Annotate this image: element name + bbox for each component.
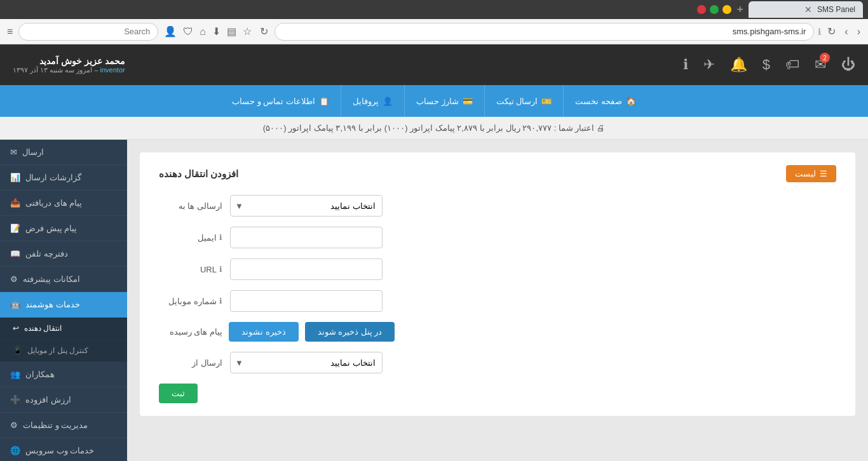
nav-charge[interactable]: 💳 شارژ حساب bbox=[404, 85, 484, 117]
tab-close-btn[interactable]: ✕ bbox=[804, 4, 812, 15]
nav-profile[interactable]: 👤 پروفایل bbox=[341, 85, 404, 117]
management-label: مدیریت و تنظیمات bbox=[23, 420, 88, 430]
email-info-icon: ℹ bbox=[219, 233, 222, 242]
advanced-label: امکانات پیشرفته bbox=[23, 274, 80, 284]
email-label: ℹ ایمیل bbox=[159, 233, 222, 243]
nav-home-label: صفحه نخست bbox=[575, 97, 622, 106]
account-btn[interactable]: 👤 bbox=[162, 23, 179, 39]
forward-btn[interactable]: › bbox=[842, 23, 850, 40]
info-btn[interactable]: ℹ bbox=[683, 57, 688, 73]
download-btn[interactable]: ⬇ bbox=[210, 23, 222, 39]
credit-bar: 🖨 اعتبار شما : ۲۹۰,۷۷۷ ریال برابر با ۲,۸… bbox=[0, 117, 868, 140]
nav-home[interactable]: 🏠 صفحه نخست bbox=[563, 85, 648, 117]
power-btn[interactable]: ⏻ bbox=[841, 57, 855, 73]
save-panel-button[interactable]: در پنل ذخیره شوند bbox=[305, 322, 395, 342]
url-group: ℹ URL bbox=[159, 258, 836, 280]
minimize-btn[interactable] bbox=[722, 5, 731, 14]
colleagues-icon: 👥 bbox=[10, 370, 20, 379]
list-button[interactable]: ☰ لیست bbox=[786, 165, 836, 182]
added-value-icon: ➕ bbox=[10, 395, 20, 404]
sidebar-item-webservice[interactable]: خدمات وب سرویس 🌐 bbox=[0, 438, 127, 461]
sidebar: ارسال ✉ گزارشات ارسال 📊 پیام های دریافتی… bbox=[0, 140, 127, 461]
mobile-group: ℹ شماره موبایل bbox=[159, 290, 836, 312]
date-label: امروز سه شنبه ۱۳ آذر ۱۳۹۷ bbox=[13, 66, 92, 74]
submit-button[interactable]: ثبت bbox=[159, 384, 198, 403]
dash: – bbox=[92, 66, 98, 74]
mobile-ctrl-icon: 📱 bbox=[13, 346, 22, 355]
from-select[interactable]: انتخاب نمایید bbox=[230, 352, 383, 373]
message-badge: 2 bbox=[820, 53, 830, 63]
sidebar-item-reports[interactable]: گزارشات ارسال 📊 bbox=[0, 165, 127, 190]
sidebar-item-management[interactable]: مدیریت و تنظیمات ⚙ bbox=[0, 413, 127, 438]
sidebar-item-colleagues[interactable]: همکاران 👥 bbox=[0, 362, 127, 387]
sidebar-item-phonebook[interactable]: دفترچه تلفن 📖 bbox=[0, 241, 127, 267]
tag-btn[interactable]: 🏷 bbox=[785, 57, 799, 73]
new-tab-btn[interactable]: + bbox=[736, 3, 743, 17]
webservice-icon: 🌐 bbox=[10, 446, 20, 455]
default-msg-icon: 📝 bbox=[10, 224, 20, 233]
nav-contact[interactable]: 📋 اطلاعات تماس و حساب bbox=[220, 85, 341, 117]
save-button[interactable]: ذخیره نشوند bbox=[229, 322, 299, 342]
sidebar-item-smart[interactable]: خدمات هوشمند 🤖 bbox=[0, 292, 127, 317]
profile-nav-icon: 👤 bbox=[383, 97, 393, 106]
search-input[interactable] bbox=[18, 23, 158, 41]
phonebook-label: دفترچه تلفن bbox=[25, 249, 68, 258]
reload-btn[interactable]: ↻ bbox=[825, 23, 838, 40]
smart-icon: 🤖 bbox=[10, 300, 20, 309]
sidebar-item-advanced[interactable]: امکانات پیشرفته ⚙ bbox=[0, 267, 127, 292]
maximize-btn[interactable] bbox=[710, 5, 719, 14]
form-title: افزودن انتقال دهنده bbox=[159, 168, 238, 180]
browser-tab[interactable]: SMS Panel ✕ bbox=[749, 1, 863, 18]
url-input[interactable] bbox=[230, 258, 383, 280]
sidebar-item-received[interactable]: پیام های دریافتی 📥 bbox=[0, 190, 127, 216]
send-to-label: ارسالی ها به bbox=[159, 201, 222, 211]
reports-sidebar-icon: 📊 bbox=[10, 173, 20, 182]
sidebar-item-added-value[interactable]: ارزش افزوده ➕ bbox=[0, 387, 127, 413]
send-to-select[interactable]: انتخاب نمایید bbox=[230, 195, 383, 217]
refresh-btn[interactable]: ↻ bbox=[257, 23, 271, 40]
bookmark-star-btn[interactable]: ☆ bbox=[241, 23, 254, 39]
reader-btn[interactable]: ▤ bbox=[225, 23, 238, 39]
messages-btn[interactable]: ✉ 2 bbox=[815, 57, 826, 73]
from-group: انتخاب نمایید ▼ ارسال از bbox=[159, 352, 836, 373]
home-btn[interactable]: ⌂ bbox=[198, 24, 208, 39]
send-btn[interactable]: ✈ bbox=[703, 57, 715, 73]
credit-icon: 🖨 bbox=[597, 123, 605, 133]
menu-btn[interactable]: ≡ bbox=[5, 24, 15, 39]
webservice-label: خدمات وب سرویس bbox=[25, 446, 94, 455]
charge-nav-icon: 💳 bbox=[463, 97, 473, 106]
send-sidebar-label: ارسال bbox=[22, 147, 44, 157]
url-info-icon: ℹ bbox=[219, 265, 222, 274]
sidebar-sub-mobile-ctrl[interactable]: کنترل پنل از موبایل 📱 bbox=[0, 340, 127, 362]
sidebar-item-send[interactable]: ارسال ✉ bbox=[0, 140, 127, 165]
form-card: ☰ لیست افزودن انتقال دهنده انتخاب نمایید… bbox=[140, 152, 855, 416]
close-btn[interactable] bbox=[697, 5, 706, 14]
sidebar-item-default-msg[interactable]: پیام پیش فرض 📝 bbox=[0, 216, 127, 241]
dollar-btn[interactable]: $ bbox=[763, 57, 770, 73]
bell-btn[interactable]: 🔔 bbox=[730, 57, 747, 73]
received-sidebar-label: پیام های دریافتی bbox=[25, 198, 82, 208]
mobile-input[interactable] bbox=[230, 290, 383, 312]
home-nav-icon: 🏠 bbox=[626, 97, 636, 106]
nav-profile-label: پروفایل bbox=[353, 97, 379, 106]
credit-text: اعتبار شما : ۲۹۰,۷۷۷ ریال برابر با ۲,۸۷۹… bbox=[263, 123, 595, 133]
lock-icon: ℹ bbox=[818, 27, 821, 37]
date-brand: inventor – امروز سه شنبه ۱۳ آذر ۱۳۹۷ bbox=[13, 66, 125, 74]
nav-ticket[interactable]: 🎫 ارسال تیکت bbox=[484, 85, 564, 117]
sidebar-sub-transfer[interactable]: انتقال دهنده ↩ bbox=[0, 317, 127, 340]
list-icon: ☰ bbox=[820, 169, 827, 178]
transfer-icon: ↩ bbox=[13, 324, 19, 333]
url-input[interactable] bbox=[275, 23, 814, 41]
send-to-select-wrap: انتخاب نمایید ▼ bbox=[230, 195, 383, 217]
back-btn[interactable]: ‹ bbox=[855, 23, 863, 40]
shield-btn[interactable]: 🛡 bbox=[181, 24, 195, 39]
email-input[interactable] bbox=[230, 227, 383, 248]
main-content: ☰ لیست افزودن انتقال دهنده انتخاب نمایید… bbox=[127, 140, 868, 461]
default-msg-label: پیام پیش فرض bbox=[25, 224, 77, 233]
user-name: محمد عزیز خوش آمدید bbox=[13, 56, 125, 66]
from-label: ارسال از bbox=[159, 358, 222, 368]
management-icon: ⚙ bbox=[10, 420, 18, 430]
colleagues-label: همکاران bbox=[25, 370, 55, 379]
from-select-wrap: انتخاب نمایید ▼ bbox=[230, 352, 383, 373]
received-label: پیام های رسیده bbox=[159, 327, 222, 337]
